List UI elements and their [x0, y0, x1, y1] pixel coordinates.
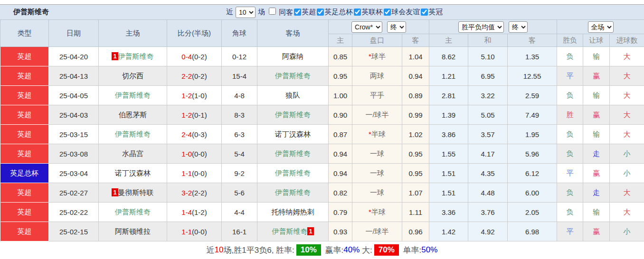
- league-filter-checkbox[interactable]: [354, 9, 361, 16]
- cell-result-goals: 大: [610, 47, 644, 66]
- cell-avg-lose: 5.96: [508, 144, 557, 164]
- table-row: 英超25-04-03伯恩茅斯1-2(0-1)8-3伊普斯维奇0.90一/球半0.…: [0, 105, 644, 125]
- cell-away-team: 伊普斯维奇: [257, 105, 329, 125]
- cell-avg-lose: 12.55: [508, 66, 557, 86]
- cell-result-wdl: 负: [557, 86, 583, 105]
- league-filter-2[interactable]: 英联杯: [353, 8, 383, 17]
- league-filter-checkbox[interactable]: [421, 9, 428, 16]
- summary-segment: 50%: [421, 245, 437, 255]
- league-filter-1[interactable]: 英足总杯: [316, 8, 353, 17]
- table-row: 英超25-04-13切尔西2-2(0-2)15-4伊普斯维奇0.95两球0.94…: [0, 66, 644, 86]
- cell-handicap: 一/球半: [352, 222, 402, 241]
- cell-avg-win: 3.86: [429, 125, 468, 144]
- same-opponent-filter[interactable]: 同客: [265, 8, 293, 17]
- cell-odds-home: 0.95: [329, 66, 352, 86]
- league-filter-0[interactable]: 英超: [293, 8, 316, 17]
- cell-corner: 5-6: [222, 183, 257, 203]
- cell-avg-win: 1.21: [429, 66, 468, 86]
- cell-score: 1-0(0-0): [167, 144, 222, 164]
- cell-score: 3-2(2-2): [167, 183, 222, 203]
- col-header-score: 比分(半场): [167, 20, 222, 47]
- sub-header-wdl: 胜负: [557, 34, 583, 47]
- cell-avg-win: 1.51: [429, 183, 468, 203]
- col-header-away: 客场: [257, 20, 329, 47]
- cell-away-team: 诺丁汉森林: [257, 125, 329, 144]
- cell-result-wdl: 负: [557, 183, 583, 203]
- team-name-text: 伊普斯维奇: [275, 72, 311, 80]
- cell-home-team: 诺丁汉森林: [99, 164, 167, 183]
- same-opponent-checkbox[interactable]: [269, 8, 276, 15]
- odds-group-header: Crow* 终: [329, 20, 429, 34]
- cell-match-type: 英足总杯: [0, 164, 49, 183]
- league-filter-checkbox[interactable]: [384, 9, 391, 16]
- cell-odds-home: 0.85: [329, 47, 352, 66]
- cell-result-goals: 小: [610, 144, 644, 164]
- team-name-text: 伊普斯维奇: [118, 52, 154, 60]
- cell-avg-draw: 3.57: [468, 125, 508, 144]
- match-scope-select[interactable]: 全场: [588, 21, 614, 33]
- cell-date: 25-04-13: [49, 66, 99, 86]
- cell-result-goals: 大: [610, 105, 644, 125]
- cell-score: 1-4(1-2): [167, 203, 222, 222]
- league-filter-checkbox[interactable]: [294, 9, 301, 16]
- cell-avg-lose: 7.49: [508, 105, 557, 125]
- cell-avg-win: 8.62: [429, 47, 468, 66]
- table-row: 英超25-02-271曼彻斯特联3-2(2-2)5-6伊普斯维奇0.82一球1.…: [0, 183, 644, 203]
- cell-result-handicap: 赢: [583, 222, 610, 241]
- league-filter-checkbox[interactable]: [317, 9, 324, 16]
- avg-metric-select[interactable]: 胜平负均值: [458, 21, 504, 33]
- team-name-text: 阿森纳: [282, 52, 303, 60]
- cell-avg-draw: 4.92: [468, 222, 508, 241]
- league-filter-4[interactable]: 英冠: [420, 8, 443, 17]
- cell-avg-lose: 1.95: [508, 125, 557, 144]
- handicap-star: *: [369, 208, 371, 216]
- cell-match-type: 英超: [0, 144, 49, 164]
- avg-time-select[interactable]: 终: [509, 21, 528, 33]
- cell-handicap: 一球: [352, 183, 402, 203]
- table-row: 英足总杯25-03-04诺丁汉森林1-1(0-0)9-2伊普斯维奇0.94一球0…: [0, 164, 644, 183]
- fulltime-score: 1-2: [181, 92, 192, 100]
- sub-header-goals-result: 进球数: [610, 34, 644, 47]
- rank-badge: 1: [112, 52, 118, 60]
- odds-time-select[interactable]: 终: [387, 21, 406, 33]
- fulltime-score: 3-2: [181, 189, 192, 197]
- table-row: 英超25-04-201伊普斯维奇0-4(0-2)0-12阿森纳0.85*球半1.…: [0, 47, 644, 66]
- team-name-text: 诺丁汉森林: [275, 130, 311, 138]
- cell-odds-away: 0.95: [402, 164, 429, 183]
- cell-score: 1-1(0-0): [167, 164, 222, 183]
- cell-corner: 4-4: [222, 203, 257, 222]
- cell-away-team: 伊普斯维奇: [257, 183, 329, 203]
- cell-odds-home: 0.90: [329, 105, 352, 125]
- halftime-score: (2-2): [192, 189, 207, 197]
- fulltime-score: 1-0: [181, 150, 192, 158]
- team-name-text: 伊普斯维奇: [275, 169, 311, 177]
- cell-avg-draw: 5.10: [468, 47, 508, 66]
- col-header-corner: 角球: [222, 20, 257, 47]
- halftime-score: (0-0): [192, 150, 207, 158]
- cell-avg-win: 1.42: [429, 222, 468, 241]
- league-filter-label: 英冠: [428, 8, 443, 17]
- cell-corner: 8-3: [222, 105, 257, 125]
- cell-avg-draw: 3.22: [468, 86, 508, 105]
- summary-segment: 10: [215, 245, 224, 255]
- sub-header-handicap: 盘口: [352, 34, 402, 47]
- summary-segment: 单率:: [401, 245, 421, 256]
- cell-match-type: 英超: [0, 183, 49, 203]
- cell-score: 1-1(0-0): [167, 222, 222, 241]
- sub-header-avg-lose: 客: [508, 34, 557, 47]
- table-row: 英超25-03-08水晶宫1-0(0-0)5-4伊普斯维奇0.94一球0.951…: [0, 144, 644, 164]
- team-name-text: 切尔西: [122, 72, 143, 80]
- filter-bar: 近 10 场 同客 英超英足总杯英联杯球会友谊英冠: [226, 5, 443, 19]
- table-row: 英超25-03-15伊普斯维奇2-4(0-3)6-3诺丁汉森林0.87*半球1.…: [0, 125, 644, 144]
- cell-avg-lose: 6.98: [508, 222, 557, 241]
- league-filter-3[interactable]: 球会友谊: [383, 8, 420, 17]
- recent-count-select[interactable]: 10: [236, 7, 256, 18]
- odds-company-select[interactable]: Crow*: [351, 21, 382, 33]
- halftime-score: (0-2): [192, 72, 207, 80]
- summary-segment: 大:: [360, 245, 372, 256]
- cell-avg-lose: 1.35: [508, 47, 557, 66]
- cell-odds-away: 0.99: [402, 105, 429, 125]
- cell-result-goals: 小: [610, 164, 644, 183]
- cell-match-type: 英超: [0, 47, 49, 66]
- fulltime-score: 2-4: [181, 130, 192, 139]
